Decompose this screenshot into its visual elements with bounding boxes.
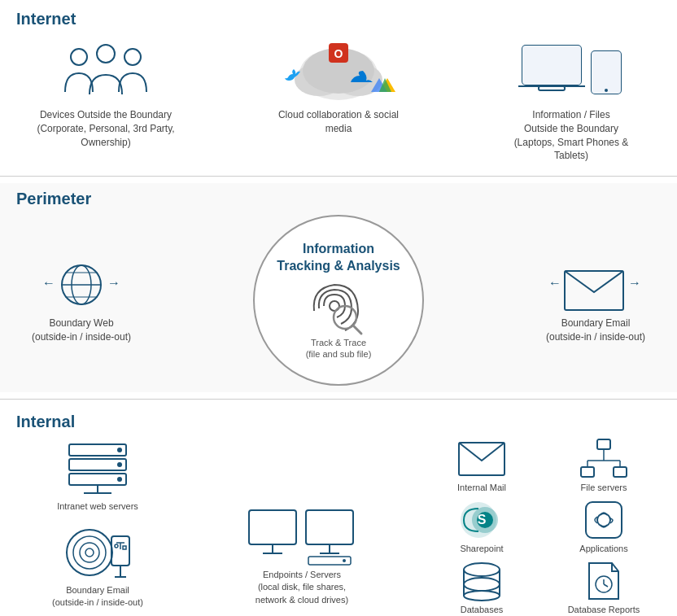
applications-label: Applications [579, 544, 627, 553]
svg-point-33 [117, 448, 122, 452]
boundary-email-perimeter-icon: ← → [547, 256, 644, 313]
svg-rect-60 [597, 439, 610, 449]
svg-point-72 [597, 513, 610, 526]
internal-center: Endpoints / Servers(local disk, file sha… [179, 438, 425, 614]
svg-point-49 [115, 544, 118, 548]
boundary-email-internal-icon [61, 522, 134, 583]
svg-point-1 [97, 45, 115, 63]
intranet-servers-item: Intranet web servers [16, 438, 179, 513]
svg-point-35 [117, 462, 122, 467]
internal-mail-icon [457, 438, 506, 480]
cloud-collab-item: O Cloud collaboration & socialmedia [257, 35, 420, 136]
info-files-item: Information / FilesOutside the Boundary(… [490, 35, 653, 163]
internal-mail-item: Internal Mail [425, 438, 539, 492]
svg-point-79 [464, 591, 500, 601]
center-main-title: InformationTracking & Analysis [277, 241, 400, 275]
svg-line-82 [604, 584, 608, 587]
cloud-icons: O [273, 35, 404, 108]
svg-rect-50 [123, 546, 126, 549]
sharepoint-label: Sharepoint [460, 544, 503, 553]
boundary-web-item: ← → Boundary Web(outside-in / inside-out… [16, 256, 146, 344]
people-icon [61, 35, 151, 108]
svg-text:←: ← [42, 276, 55, 290]
svg-point-0 [71, 49, 87, 65]
info-files-label: Information / FilesOutside the Boundary(… [498, 108, 644, 163]
svg-point-76 [464, 578, 500, 591]
center-sub-title: Track & Trace(file and sub file) [306, 337, 372, 360]
svg-point-58 [343, 559, 346, 562]
sharepoint-item: S Sharepoint [425, 499, 539, 553]
svg-rect-71 [586, 502, 622, 538]
devices-outside-item: Devices Outside the Boundary(Corporate, … [24, 35, 187, 149]
file-servers-icon [579, 438, 628, 480]
database-reports-label: Database Reports [568, 605, 640, 614]
svg-text:→: → [628, 276, 641, 290]
boundary-web-icon: ← → [41, 256, 122, 313]
internal-mail-label: Internal Mail [457, 483, 506, 492]
endpoints-item: Endpoints / Servers(local disk, file sha… [245, 506, 359, 606]
internal-left: Intranet web servers [16, 438, 179, 614]
boundary-email-perimeter-item: ← → Boundary Email(outside-in / inside-o… [531, 256, 661, 344]
svg-text:S: S [478, 513, 487, 526]
applications-item: Applications [547, 499, 661, 553]
perimeter-title: Perimeter [16, 190, 661, 208]
svg-text:←: ← [548, 276, 561, 290]
svg-rect-13 [522, 46, 581, 85]
svg-point-2 [124, 49, 141, 65]
svg-rect-17 [592, 51, 621, 94]
perimeter-row: ← → Boundary Web(outside-in / inside-out… [16, 215, 661, 386]
svg-point-41 [73, 536, 106, 569]
endpoints-icon [245, 506, 359, 567]
perimeter-section: Perimeter ← → Boundary Web(outside-in / … [0, 183, 677, 392]
internal-right-grid: Internal Mail File servers [425, 438, 661, 614]
file-servers-label: File servers [581, 483, 627, 492]
svg-text:O: O [334, 47, 343, 60]
file-servers-item: File servers [547, 438, 661, 492]
internal-title: Internal [16, 413, 661, 431]
intranet-servers-icon [61, 438, 134, 499]
internet-row: Devices Outside the Boundary(Corporate, … [16, 35, 661, 163]
svg-rect-54 [306, 510, 353, 544]
svg-rect-62 [614, 467, 627, 477]
endpoints-label: Endpoints / Servers(local disk, file sha… [256, 569, 348, 606]
boundary-email-internal-label: Boundary Email(outside-in / inside-out) [52, 584, 143, 609]
svg-point-37 [117, 477, 122, 482]
divider-1 [0, 176, 677, 177]
boundary-web-label: Boundary Web(outside-in / inside-out) [32, 317, 131, 344]
internal-layout: Intranet web servers [16, 438, 661, 614]
internal-section: Internal [0, 406, 677, 616]
intranet-servers-label: Intranet web servers [57, 500, 138, 513]
svg-rect-51 [249, 510, 296, 544]
databases-icon [457, 560, 506, 602]
divider-2 [0, 399, 677, 400]
internet-section: Internet Devices Outside the Boundary(Co… [0, 0, 677, 169]
devices-outside-label: Devices Outside the Boundary(Corporate, … [37, 108, 174, 149]
internet-title: Internet [16, 10, 661, 28]
databases-item: Databases [425, 560, 539, 614]
svg-rect-44 [111, 536, 129, 566]
center-circle: InformationTracking & Analysis Track & T… [253, 215, 424, 386]
svg-text:→: → [107, 276, 120, 290]
svg-point-18 [605, 89, 608, 92]
devices-icon [518, 35, 624, 108]
database-reports-icon [579, 560, 628, 602]
databases-label: Databases [461, 605, 504, 614]
boundary-email-perimeter-label: Boundary Email(outside-in / inside-out) [546, 317, 645, 344]
sharepoint-icon: S [457, 499, 506, 541]
svg-rect-15 [539, 86, 565, 90]
boundary-email-internal-item: Boundary Email(outside-in / inside-out) [16, 522, 179, 609]
svg-point-73 [464, 563, 500, 576]
applications-icon [579, 499, 628, 541]
svg-point-43 [85, 548, 94, 557]
svg-point-42 [80, 543, 99, 562]
svg-rect-61 [581, 467, 594, 477]
cloud-collab-label: Cloud collaboration & socialmedia [278, 108, 399, 136]
database-reports-item: Database Reports [547, 560, 661, 614]
svg-line-28 [353, 325, 361, 334]
